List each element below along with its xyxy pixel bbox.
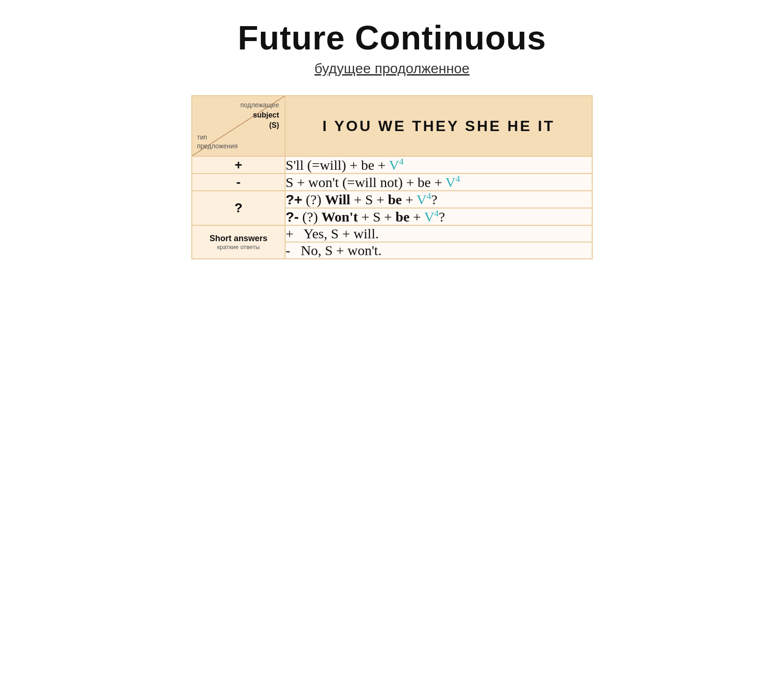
negative-type: - [192, 174, 285, 191]
short-answers-label: Short answers [192, 234, 285, 243]
positive-type: + [192, 156, 285, 174]
negative-formula-cell: S + won't (=will not) + be + V4 [285, 174, 592, 191]
pronouns-list: I YOU WE THEY SHE HE IT [322, 118, 555, 134]
question-positive-ving: V4 [417, 192, 431, 207]
question-positive-formula: ?+ (?) Will + S + be + V4? [286, 192, 437, 207]
negative-row: - S + won't (=will not) + be + V4 [192, 174, 592, 191]
short-answers-negative-formula: - No, S + won't. [286, 243, 382, 258]
subject-line2: subject [253, 111, 279, 119]
positive-formula: S'll (=will) + be + V4 [286, 157, 404, 173]
positive-formula-cell: S'll (=will) + be + V4 [285, 156, 592, 174]
short-answers-sub: краткие ответы [192, 243, 285, 250]
page-title: Future Continuous [238, 19, 546, 57]
question-negative-cell: ?- (?) Won't + S + be + V4? [285, 208, 592, 225]
negative-sign: - [236, 175, 240, 189]
subject-label: подлежащее subject (S) [240, 101, 279, 131]
short-answers-positive-formula: + Yes, S + will. [286, 226, 379, 241]
sentence-type-label: тип предложения [197, 133, 238, 151]
short-answers-positive-row: Short answers краткие ответы + Yes, S + … [192, 225, 592, 242]
negative-ving: V4 [446, 174, 460, 190]
header-row: подлежащее subject (S) тип предложения I… [192, 96, 592, 156]
short-answers-negative-cell: - No, S + won't. [285, 242, 592, 259]
short-answers-type: Short answers краткие ответы [192, 225, 285, 259]
type-line2: предложения [197, 142, 238, 150]
subject-line3: (S) [269, 121, 279, 129]
question-positive-cell: ?+ (?) Will + S + be + V4? [285, 191, 592, 208]
short-answers-positive-cell: + Yes, S + will. [285, 225, 592, 242]
header-pronouns-cell: I YOU WE THEY SHE HE IT [285, 96, 592, 156]
page-subtitle: будущее продолженное [315, 61, 469, 76]
grammar-table: подлежащее subject (S) тип предложения I… [191, 95, 593, 259]
question-negative-formula: ?- (?) Won't + S + be + V4? [286, 209, 445, 224]
negative-formula: S + won't (=will not) + be + V4 [286, 174, 460, 190]
positive-ving: V4 [389, 157, 403, 173]
question-row: ? ?+ (?) Will + S + be + V4? [192, 191, 592, 208]
positive-sign: + [235, 158, 242, 172]
header-left-cell: подлежащее subject (S) тип предложения [192, 96, 285, 156]
question-negative-ving: V4 [424, 209, 439, 224]
question-type: ? [192, 191, 285, 225]
subject-line1: подлежащее [240, 101, 279, 109]
type-line1: тип [197, 133, 207, 141]
positive-row: + S'll (=will) + be + V4 [192, 156, 592, 174]
question-sign: ? [234, 201, 242, 215]
